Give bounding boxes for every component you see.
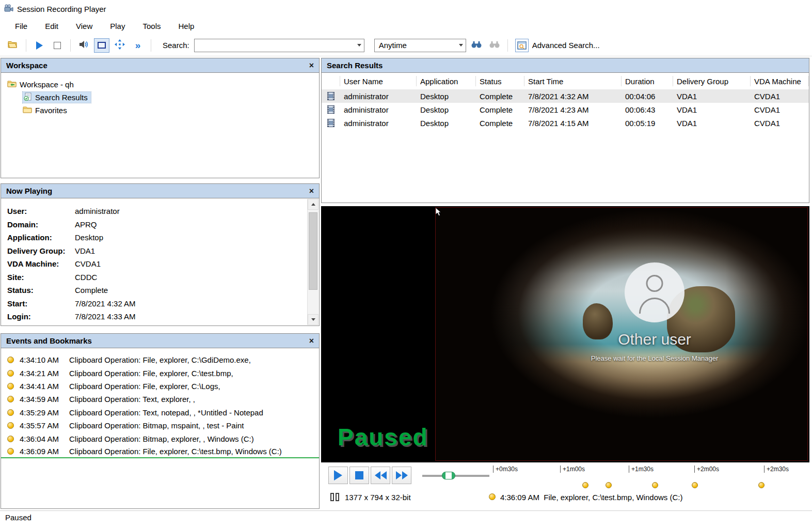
timeline-event-dot[interactable]	[758, 482, 765, 488]
event-row[interactable]: 4:35:29 AMClipboard Operation: Text, not…	[1, 406, 319, 419]
timeline-ruler[interactable]: +0m30s +1m00s +1m30s +2m00s +2m30s	[491, 466, 807, 475]
toolbar-separator	[70, 39, 71, 52]
table-row[interactable]: administrator Desktop Complete 7/8/2021 …	[322, 103, 809, 116]
tree-item-favorites[interactable]: Favorites	[1, 104, 319, 117]
current-event-description: File, explorer, C:\test.bmp, Windows (C:…	[544, 493, 682, 502]
time-filter-dropdown-button[interactable]	[456, 39, 466, 52]
workspace-panel-header: Workspace	[1, 58, 319, 73]
open-button[interactable]	[5, 38, 21, 53]
workspace-panel: Workspace Workspace - qh Search Results	[1, 58, 320, 178]
stop-button[interactable]	[349, 467, 369, 484]
find-button[interactable]	[469, 38, 484, 53]
scrollbar[interactable]	[307, 199, 319, 325]
frame-icon	[98, 42, 106, 49]
search-combobox[interactable]	[194, 39, 364, 52]
time-filter-combobox[interactable]: Anytime	[374, 39, 466, 52]
fit-to-window-button[interactable]	[94, 38, 109, 53]
scrollbar-thumb[interactable]	[309, 212, 317, 290]
field-value: CVDA1	[75, 259, 101, 268]
search-input[interactable]	[195, 40, 349, 51]
cell-duration: 00:06:43	[622, 105, 673, 114]
rewind-button[interactable]	[371, 467, 390, 484]
toolbar-separator	[26, 39, 26, 52]
event-row[interactable]: 4:35:57 AMClipboard Operation: Bitmap, m…	[1, 419, 319, 432]
event-dot-icon	[7, 383, 14, 390]
chevron-down-icon	[357, 44, 361, 47]
cell-start-time: 7/8/2021 4:32 AM	[524, 92, 622, 101]
event-row[interactable]: 4:34:59 AMClipboard Operation: Text, exp…	[1, 393, 319, 406]
fast-forward-icon	[402, 471, 408, 479]
cell-application: Desktop	[417, 119, 476, 128]
play-button-toolbar[interactable]	[31, 38, 47, 53]
menu-tools[interactable]: Tools	[134, 19, 169, 33]
fast-forward-button[interactable]	[392, 467, 411, 484]
event-row-current[interactable]: 4:36:09 AMClipboard Operation: File, exp…	[1, 445, 319, 458]
play-icon	[334, 470, 342, 481]
table-row[interactable]: administrator Desktop Complete 7/8/2021 …	[322, 116, 809, 130]
menu-play[interactable]: Play	[101, 19, 134, 33]
stop-button-toolbar[interactable]	[50, 38, 65, 53]
menu-help[interactable]: Help	[170, 19, 203, 33]
column-delivery-group[interactable]: Delivery Group	[673, 76, 751, 86]
audio-button[interactable]	[76, 38, 91, 53]
menu-view[interactable]: View	[67, 19, 101, 33]
stop-icon	[355, 471, 363, 479]
cell-user-name: administrator	[340, 119, 417, 128]
tree-item-label: Favorites	[35, 106, 67, 115]
status-bar: Paused	[0, 510, 812, 527]
event-dot-icon	[7, 436, 14, 442]
cell-status: Complete	[476, 119, 524, 128]
event-row[interactable]: 4:34:41 AMClipboard Operation: File, exp…	[1, 380, 319, 393]
timeline-event-dot[interactable]	[652, 482, 658, 488]
search-results-doc-icon	[24, 92, 32, 102]
pan-button[interactable]	[112, 38, 128, 53]
close-icon[interactable]	[309, 337, 314, 345]
current-event-text: 4:36:09 AM File, explorer, C:\test.bmp, …	[500, 493, 682, 502]
player-controls: +0m30s +1m00s +1m30s +2m00s +2m30s 1377 …	[321, 462, 809, 509]
close-icon[interactable]	[309, 61, 314, 70]
rock-island-small	[583, 303, 613, 339]
event-time: 4:34:10 AM	[20, 355, 69, 364]
tree-item-search-results[interactable]: Search Results	[1, 91, 319, 104]
column-vda-machine[interactable]: VDA Machine	[751, 76, 809, 86]
event-row[interactable]: 4:34:10 AMClipboard Operation: File, exp…	[1, 353, 319, 366]
table-header-row: User Name Application Status Start Time …	[322, 73, 809, 89]
more-tools-button[interactable]	[130, 38, 146, 53]
app-icon	[4, 4, 13, 14]
find-next-button[interactable]	[487, 38, 502, 53]
table-row[interactable]: administrator Desktop Complete 7/8/2021 …	[322, 89, 809, 103]
event-row[interactable]: 4:36:04 AMClipboard Operation: Bitmap, e…	[1, 432, 319, 445]
timeline-event-dot[interactable]	[582, 482, 588, 488]
event-row[interactable]: 4:34:21 AMClipboard Operation: File, exp…	[1, 366, 319, 379]
play-button[interactable]	[328, 467, 348, 484]
field-value: VDA1	[75, 246, 95, 255]
column-user-name[interactable]: User Name	[340, 76, 417, 86]
search-dropdown-button[interactable]	[355, 39, 364, 52]
chevrons-icon	[135, 40, 141, 50]
timeline-tick: +1m00s	[560, 466, 585, 473]
workspace-folder-icon	[7, 80, 17, 89]
timeline-event-dot[interactable]	[692, 482, 698, 488]
scrollbar-up-button[interactable]	[308, 199, 319, 210]
timeline-event-dot[interactable]	[606, 482, 612, 488]
close-icon[interactable]	[309, 187, 314, 195]
video-background: Other user Please wait for the Local Ses…	[321, 206, 809, 462]
seek-slider-handle[interactable]	[442, 472, 455, 479]
recording-film-icon	[322, 119, 340, 127]
advanced-search-button[interactable]: Advanced Search...	[515, 39, 600, 52]
other-user-label: Other user	[618, 331, 691, 348]
now-playing-panel-header: Now Playing	[1, 184, 319, 198]
column-icon[interactable]	[322, 76, 340, 86]
pause-indicator-icon	[330, 493, 339, 501]
menu-file[interactable]: File	[6, 19, 36, 33]
column-status[interactable]: Status	[476, 76, 524, 86]
column-start-time[interactable]: Start Time	[524, 76, 622, 86]
column-duration[interactable]: Duration	[622, 76, 673, 86]
column-application[interactable]: Application	[417, 76, 476, 86]
cell-application: Desktop	[417, 92, 476, 101]
tree-item-workspace-root[interactable]: Workspace - qh	[1, 78, 319, 91]
seek-slider[interactable]	[422, 475, 489, 477]
cell-duration: 00:04:06	[622, 92, 673, 101]
scrollbar-down-button[interactable]	[308, 314, 319, 325]
menu-edit[interactable]: Edit	[36, 19, 67, 33]
